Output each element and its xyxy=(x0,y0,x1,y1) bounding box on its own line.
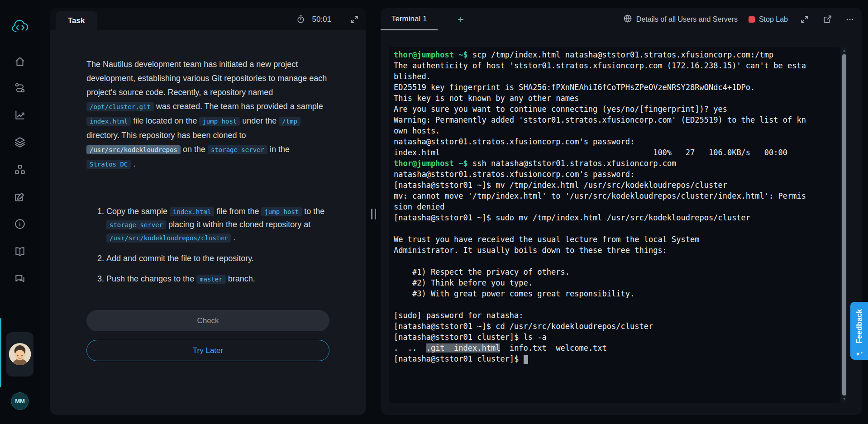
sidebar-item-progress[interactable] xyxy=(10,105,29,124)
text-run: blished. xyxy=(394,72,431,81)
text-run: Copy the sample xyxy=(106,207,170,216)
chat-icon xyxy=(14,273,26,285)
prompt-text: ~$ xyxy=(454,159,468,168)
terminal-line: own hosts. xyxy=(394,125,835,136)
kodekloud-logo-button[interactable] xyxy=(10,17,29,36)
terminal-line: We trust you have received the usual lec… xyxy=(394,234,835,245)
sidebar-item-home[interactable] xyxy=(10,52,29,71)
code-chip: storage server xyxy=(106,220,166,229)
terminal-line xyxy=(394,299,835,310)
text-run: [natasha@ststor01 ~]$ cd /usr/src/kodekl… xyxy=(394,322,653,331)
tab-terminal-1[interactable]: Terminal 1 xyxy=(381,8,438,30)
sidebar-item-chat[interactable] xyxy=(10,269,29,288)
terminal-line: Warning: Permanently added 'ststor01.str… xyxy=(394,114,835,125)
text-run: under the xyxy=(240,116,279,125)
sidebar-item-feedback[interactable] xyxy=(10,187,29,206)
more-options-button[interactable] xyxy=(844,14,856,25)
terminal-line: [natasha@ststor01 cluster]$ xyxy=(394,353,835,364)
feedback-edit-icon xyxy=(14,191,26,203)
user-avatar[interactable] xyxy=(9,343,31,365)
terminal-panel: Terminal 1 + Details of all Users and Se… xyxy=(381,8,862,415)
tab-task-label: Task xyxy=(68,16,85,25)
text-run: to the xyxy=(302,207,324,216)
sparkle-icon: ✦✦ xyxy=(855,350,863,357)
text-run: ssh natasha@ststor01.stratos.xfusioncorp… xyxy=(468,159,677,168)
fullscreen-terminal-button[interactable] xyxy=(799,14,811,25)
active-section-indicator xyxy=(0,318,1,387)
code-chip: jump host xyxy=(261,207,302,216)
terminal-line: thor@jumphost ~$ ssh natasha@ststor01.st… xyxy=(394,158,835,169)
progress-icon xyxy=(14,109,26,121)
text-run: The Nautilus development team has initia… xyxy=(86,60,327,97)
stop-icon xyxy=(749,16,755,23)
fullscreen-icon xyxy=(350,15,358,24)
terminal-scrollbar[interactable]: ▲ ▼ xyxy=(841,47,847,403)
terminal-line: thor@jumphost ~$ scp /tmp/index.html nat… xyxy=(394,49,835,60)
text-run: mv: cannot move '/tmp/index.html' to '/u… xyxy=(394,191,806,200)
text-run: . .. xyxy=(394,343,426,353)
terminal-line xyxy=(394,223,835,234)
layers-icon xyxy=(14,136,26,148)
prompt-text: ~$ xyxy=(454,50,468,59)
terminal-line xyxy=(394,256,835,267)
panel-resize-handle[interactable] xyxy=(371,209,376,219)
new-terminal-button[interactable]: + xyxy=(451,8,471,30)
text-run: sion denied xyxy=(394,202,445,211)
sidebar-item-layers[interactable] xyxy=(10,133,29,152)
code-chip: master xyxy=(196,275,226,284)
try-later-button[interactable]: Try Later xyxy=(86,340,329,361)
text-run: [natasha@ststor01 ~]$ mv /tmp/index.html… xyxy=(394,181,727,190)
feedback-label: Feedback xyxy=(850,306,868,346)
terminal-line: #3) With great power comes great respons… xyxy=(394,288,835,299)
terminal-line: This key is not known by any other names xyxy=(394,93,835,104)
scrollbar-thumb[interactable] xyxy=(842,54,846,395)
text-run: . xyxy=(231,233,235,242)
text-run: [natasha@ststor01 cluster]$ xyxy=(394,354,524,363)
text-run: was created. The team has provided a sam… xyxy=(154,102,323,111)
learning-path-icon xyxy=(14,82,26,94)
stopwatch-icon xyxy=(295,14,306,25)
terminal-cursor xyxy=(524,355,528,364)
terminal-screen[interactable]: thor@jumphost ~$ scp /tmp/index.html nat… xyxy=(389,47,840,403)
prompt-text: thor@jumphost xyxy=(394,50,454,59)
sidebar-item-docs[interactable] xyxy=(10,242,29,261)
stop-lab-button[interactable]: Stop Lab xyxy=(749,15,788,24)
text-run: #1) Respect the privacy of others. xyxy=(394,267,570,276)
task-step: Push the changes to the master branch. xyxy=(106,272,329,286)
text-run: [natasha@ststor01 ~]$ sudo mv /tmp/index… xyxy=(394,213,750,222)
expand-task-button[interactable] xyxy=(348,14,360,25)
text-run: Warning: Permanently added 'ststor01.str… xyxy=(394,115,806,124)
text-run: We trust you have received the usual lec… xyxy=(394,235,700,244)
feedback-tab[interactable]: Feedback ✦✦ xyxy=(850,302,868,360)
check-button[interactable]: Check xyxy=(86,310,329,331)
task-description: The Nautilus development team has initia… xyxy=(86,57,329,172)
workspace-badge[interactable]: MM xyxy=(11,392,29,410)
terminal-line: sion denied xyxy=(394,201,835,212)
text-run: info.txt welcome.txt xyxy=(500,343,606,353)
text-run: file located on the xyxy=(131,116,199,125)
task-step: Copy the sample index.html file from the… xyxy=(106,205,329,244)
tab-task[interactable]: Task xyxy=(56,11,97,30)
kodekloud-logo-icon xyxy=(10,19,29,35)
sidebar-item-learning-path[interactable] xyxy=(10,78,29,97)
text-run: scp /tmp/index.html natasha@ststor01.str… xyxy=(468,50,774,59)
scroll-up-arrow[interactable]: ▲ xyxy=(841,48,847,53)
text-run: in the xyxy=(267,145,290,154)
open-new-tab-button[interactable] xyxy=(821,14,833,25)
scroll-down-arrow[interactable]: ▼ xyxy=(841,396,847,402)
task-panel: Task 50:01 The Nautilus development team… xyxy=(50,8,366,415)
text-run: file from the xyxy=(214,207,261,216)
code-chip: index.html xyxy=(170,207,214,216)
sidebar-item-info[interactable] xyxy=(10,214,29,233)
home-icon xyxy=(14,56,26,67)
code-chip: /tmp xyxy=(279,117,300,126)
code-chip: jump host xyxy=(199,117,240,126)
text-run: placing it within the cloned repository … xyxy=(166,220,310,229)
text-run: . xyxy=(131,159,135,168)
text-run: own hosts. xyxy=(394,126,440,135)
text-run: This key is not known by any other names xyxy=(394,94,579,103)
code-chip: index.html xyxy=(86,117,131,126)
sidebar-item-playgrounds[interactable] xyxy=(10,160,29,179)
details-link[interactable]: Details of all Users and Servers xyxy=(623,14,738,25)
text-run: on the xyxy=(181,145,208,154)
